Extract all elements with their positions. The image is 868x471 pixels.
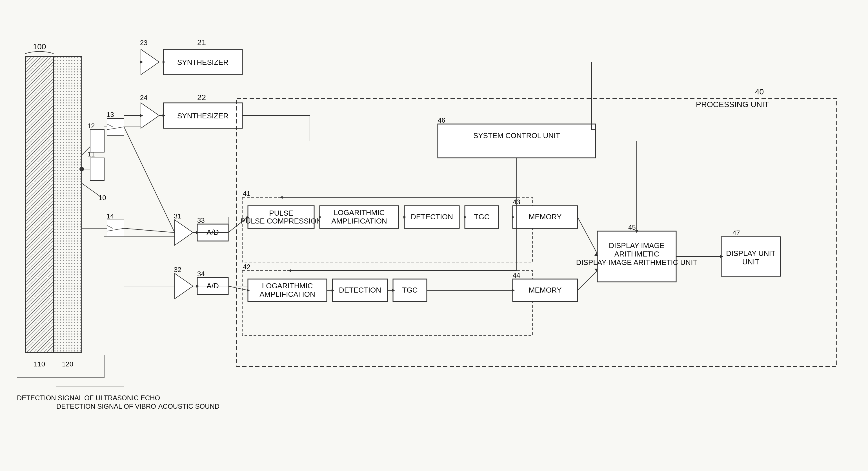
pulse-compression-label2: PULSE COMPRESSION xyxy=(241,217,322,225)
log-amp1-label2: AMPLIFICATION xyxy=(331,217,387,225)
label-120: 120 xyxy=(62,360,73,368)
label-42: 42 xyxy=(243,263,250,271)
label-21: 21 xyxy=(197,38,206,47)
label-46: 46 xyxy=(438,116,445,124)
processing-unit-label: PROCESSING UNIT xyxy=(696,100,769,109)
label-13: 13 xyxy=(106,111,114,118)
label-33: 33 xyxy=(197,216,205,224)
log-amp2-label2: AMPLIFICATION xyxy=(259,290,315,298)
label-31: 31 xyxy=(174,212,181,220)
diagram-container: 100 110 120 11 12 13 14 10 xyxy=(0,0,868,471)
label-32: 32 xyxy=(174,266,181,273)
svg-rect-12 xyxy=(107,118,124,135)
synthesizer2-label: SYNTHESIZER xyxy=(177,112,228,120)
label-14: 14 xyxy=(106,212,114,220)
label-110: 110 xyxy=(34,360,45,368)
label-24: 24 xyxy=(140,94,148,101)
display-unit-label2: UNIT xyxy=(742,258,760,266)
label-12: 12 xyxy=(87,122,95,130)
label-44: 44 xyxy=(513,271,520,279)
synthesizer1-label: SYNTHESIZER xyxy=(177,58,228,66)
label-100: 100 xyxy=(33,42,46,51)
memory1-label: MEMORY xyxy=(529,212,562,221)
tgc2-label: TGC xyxy=(402,286,418,294)
label-23: 23 xyxy=(140,39,148,47)
label-40: 40 xyxy=(755,87,764,96)
pulse-compression-label: PULSE xyxy=(269,209,293,217)
detection2-label: DETECTION xyxy=(339,286,381,294)
system-control-label: SYSTEM CONTROL UNIT xyxy=(473,131,560,140)
log-amp2-label: LOGARITHMIC xyxy=(262,282,313,290)
label-10: 10 xyxy=(99,194,106,202)
svg-rect-45 xyxy=(438,124,595,158)
display-unit-label: DISPLAY UNIT xyxy=(726,249,775,258)
label-22: 22 xyxy=(197,93,206,102)
svg-rect-15 xyxy=(107,220,124,237)
svg-rect-4 xyxy=(25,56,54,352)
vibro-label: DETECTION SIGNAL OF VIBRO-ACOUSTIC SOUND xyxy=(56,403,219,410)
display-image-label3: DISPLAY-IMAGE ARITHMETIC UNIT xyxy=(576,258,698,267)
display-image-label2: ARITHMETIC xyxy=(615,250,659,258)
detection1-label: DETECTION xyxy=(411,212,453,221)
ultrasonic-label: DETECTION SIGNAL OF ULTRASONIC ECHO xyxy=(17,394,160,402)
label-47: 47 xyxy=(733,229,740,237)
label-34: 34 xyxy=(197,270,205,277)
svg-rect-11 xyxy=(90,130,104,152)
svg-rect-5 xyxy=(54,56,82,352)
memory2-label: MEMORY xyxy=(529,286,562,294)
label-41: 41 xyxy=(243,190,250,197)
tgc1-label: TGC xyxy=(474,212,490,221)
label-45: 45 xyxy=(628,224,636,231)
svg-rect-10 xyxy=(90,158,104,180)
display-image-label1: DISPLAY-IMAGE xyxy=(609,241,664,250)
log-amp1-label: LOGARITHMIC xyxy=(334,208,385,217)
